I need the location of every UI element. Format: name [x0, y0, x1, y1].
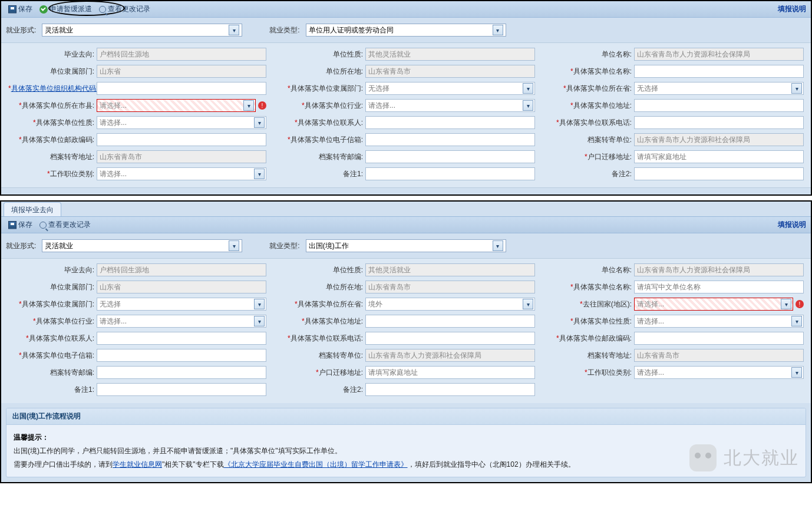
chevron-down-icon[interactable]: ▾	[229, 25, 239, 35]
text-field[interactable]	[634, 332, 804, 345]
text-field[interactable]	[634, 116, 804, 129]
text-field[interactable]	[634, 167, 804, 180]
field-label: *具体落实单位联系人:	[8, 334, 97, 344]
form-row: *去往国家(地区):请选择...▾!	[546, 298, 804, 311]
text-field: 户档转回生源地	[97, 48, 266, 61]
field-label: *具体落实单位行业:	[277, 101, 365, 111]
form-row: 备注1:	[277, 167, 535, 180]
save-button[interactable]: 保存	[5, 3, 36, 15]
form-row: *户口迁移地址:请填写家庭地址	[546, 150, 804, 163]
field-label: *具体落实单位隶属部门:	[277, 84, 365, 94]
select-field[interactable]: 无选择▾	[97, 298, 266, 311]
text-field[interactable]	[365, 167, 535, 180]
chevron-down-icon[interactable]: ▾	[791, 316, 802, 326]
text-field[interactable]	[365, 383, 535, 396]
form-type-select[interactable]: 灵活就业▾	[42, 239, 242, 252]
field-label: *具体落实单位地址:	[277, 316, 365, 326]
select-field[interactable]: 境外▾	[365, 298, 535, 311]
select-field[interactable]: 无选择▾	[634, 82, 804, 95]
chevron-down-icon[interactable]: ▾	[523, 83, 533, 94]
help-link[interactable]: 填报说明	[778, 4, 806, 14]
error-icon: !	[796, 300, 804, 308]
text-field[interactable]	[365, 133, 535, 146]
text-field: 其他灵活就业	[365, 263, 535, 276]
chevron-down-icon[interactable]: ▾	[791, 367, 802, 378]
field-label: 毕业去向:	[8, 50, 97, 60]
text-field[interactable]	[634, 65, 804, 78]
form-row: *具体落实单位联系人:	[8, 332, 266, 345]
form-row: *具体落实单位联系电话:	[546, 116, 804, 129]
form-row: *具体落实单位名称:	[546, 65, 804, 78]
employ-type-select[interactable]: 出国(境)工作▾	[306, 239, 506, 252]
field-label: 档案转寄地址:	[8, 152, 97, 162]
text-field: 山东省青岛市人力资源和社会保障局	[634, 263, 804, 276]
select-field[interactable]: 请选择...▾	[97, 315, 266, 328]
text-field[interactable]	[365, 116, 535, 129]
select-field[interactable]: 无选择▾	[365, 82, 535, 95]
select-field[interactable]: 请选择...▾	[634, 298, 793, 311]
text-field[interactable]	[365, 315, 535, 328]
chevron-down-icon[interactable]: ▾	[243, 100, 254, 111]
form-row: *具体落实单位所在市县:请选择...▾!	[8, 99, 266, 112]
form-row: *具体落实单位所在省:境外▾	[277, 298, 535, 311]
text-field[interactable]	[97, 383, 266, 396]
employ-type-select[interactable]: 单位用人证明或签劳动合同▾	[306, 24, 506, 37]
chevron-down-icon[interactable]: ▾	[523, 299, 533, 309]
chevron-down-icon[interactable]: ▾	[254, 117, 265, 128]
field-label: *户口迁移地址:	[277, 368, 365, 378]
text-field[interactable]	[365, 150, 535, 163]
field-label: 单位隶属部门:	[8, 67, 97, 77]
select-field[interactable]: 请选择...▾	[634, 366, 804, 379]
chevron-down-icon[interactable]: ▾	[254, 299, 265, 309]
form-row: *具体落实单位行业:请选择...▾	[277, 99, 535, 112]
chevron-down-icon[interactable]: ▾	[791, 83, 802, 94]
text-field[interactable]: 请填写家庭地址	[634, 150, 804, 163]
text-field[interactable]	[97, 133, 266, 146]
apply-defer-button[interactable]: 申请暂缓派遣	[36, 3, 95, 15]
view-changes-button[interactable]: 查看更改记录	[36, 219, 94, 231]
text-field[interactable]	[97, 349, 266, 362]
field-label: *具体落实单位联系人:	[277, 118, 365, 128]
text-field[interactable]	[97, 366, 266, 379]
text-field[interactable]: 请填写家庭地址	[365, 366, 535, 379]
panel-2: 填报毕业去向 保存 查看更改记录 填报说明 就业形式: 灵活就业▾ 就业类型: …	[0, 200, 812, 483]
chevron-down-icon[interactable]: ▾	[254, 316, 265, 326]
select-field[interactable]: 请选择...▾	[97, 167, 266, 180]
form-row: *具体落实单位地址:	[277, 315, 535, 328]
view-changes-button[interactable]: 查看更改记录	[95, 3, 154, 15]
select-field[interactable]: 请选择...▾	[365, 99, 535, 112]
field-label: *具体落实单位邮政编码:	[8, 135, 97, 145]
text-field[interactable]: 请填写中文单位名称	[634, 281, 804, 293]
chevron-down-icon[interactable]: ▾	[493, 240, 503, 251]
field-label: *具体落实单位地址:	[546, 101, 634, 111]
text-field[interactable]	[97, 332, 266, 345]
help-link[interactable]: 填报说明	[778, 220, 806, 230]
form-row: *户口迁移地址:请填写家庭地址	[277, 366, 535, 379]
info-link-1[interactable]: 学生就业信息网	[113, 460, 162, 469]
select-field[interactable]: 请选择...▾	[97, 116, 266, 129]
panel-1: 保存 申请暂缓派遣 查看更改记录 填报说明 就业形式: 灵活就业▾ 就业类型: …	[0, 0, 812, 196]
select-field[interactable]: 请选择...▾	[97, 99, 256, 112]
chevron-down-icon[interactable]: ▾	[781, 299, 791, 309]
text-field[interactable]	[365, 332, 535, 345]
info-link-2[interactable]: 《北京大学应届毕业生自费出国（出境）留学工作申请表》	[224, 460, 408, 469]
chevron-down-icon[interactable]: ▾	[523, 100, 533, 111]
text-field[interactable]	[634, 99, 804, 112]
select-field[interactable]: 请选择...▾	[634, 315, 804, 328]
field-label-link[interactable]: 具体落实单位组织机构代码:	[11, 84, 98, 93]
chevron-down-icon[interactable]: ▾	[493, 25, 503, 35]
chevron-down-icon[interactable]: ▾	[229, 240, 239, 251]
field-label: 备注2:	[277, 385, 365, 395]
text-field[interactable]	[97, 82, 266, 95]
tab-graduation-direction[interactable]: 填报毕业去向	[4, 202, 61, 216]
form-row: 档案转寄单位:山东省青岛市人力资源和社会保障局	[277, 349, 535, 362]
form-row: 毕业去向:户档转回生源地	[8, 263, 266, 276]
form-body-2: 毕业去向:户档转回生源地单位性质:其他灵活就业单位名称:山东省青岛市人力资源和社…	[1, 258, 811, 403]
top-selects-1: 就业形式: 灵活就业▾ 就业类型: 单位用人证明或签劳动合同▾	[1, 18, 811, 42]
form-type-select[interactable]: 灵活就业▾	[42, 24, 242, 37]
save-button[interactable]: 保存	[5, 219, 36, 231]
chevron-down-icon[interactable]: ▾	[254, 169, 265, 179]
field-label: 单位性质:	[277, 50, 365, 60]
field-label: *户口迁移地址:	[546, 152, 634, 162]
text-field: 山东省青岛市	[365, 281, 535, 293]
